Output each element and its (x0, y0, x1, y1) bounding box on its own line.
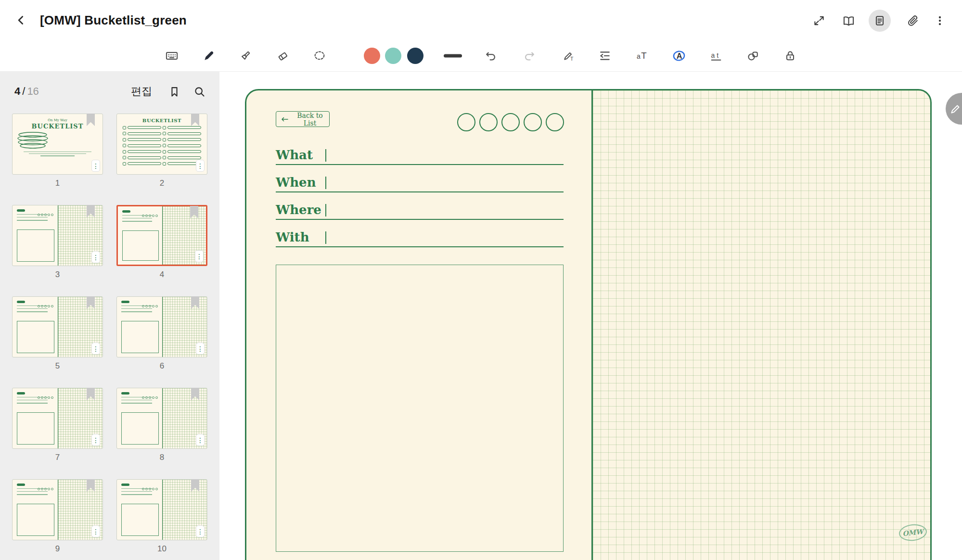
thumbnail-menu-button[interactable]: ⋮ (196, 434, 205, 446)
pen-icon (202, 49, 216, 63)
page-indicator: 4/16 (14, 83, 39, 100)
back-button[interactable] (11, 10, 32, 31)
page-overview-button[interactable] (869, 10, 891, 32)
undo-button[interactable] (481, 46, 500, 65)
thumbnail-menu-button[interactable]: ⋮ (196, 525, 205, 537)
thumbnail-page[interactable]: ⋮ (12, 479, 103, 540)
thumbnail-page[interactable]: ⋮ (12, 388, 103, 449)
thumbnail-page-number: 3 (12, 270, 103, 280)
more-menu-button[interactable] (929, 10, 951, 32)
eraser-tool[interactable] (273, 46, 292, 65)
lasso-icon (313, 49, 326, 63)
thumbnail-menu-button[interactable]: ⋮ (91, 251, 100, 263)
page-indicator-separator: / (22, 85, 25, 97)
thumbnail[interactable]: On My Way BUCKETLIST ⋮ 1 (12, 114, 103, 205)
edit-handle-button[interactable] (946, 93, 962, 125)
highlighter-tool[interactable] (236, 46, 255, 65)
expand-button[interactable] (808, 10, 830, 32)
thumbnail-page[interactable]: ⋮ (116, 205, 207, 266)
lasso-tool[interactable] (310, 46, 329, 65)
stroke-width-tool[interactable] (439, 46, 466, 65)
thumbnail-page[interactable]: ⋮ (12, 205, 103, 266)
svg-text:a: a (637, 52, 641, 60)
reading-mode-button[interactable] (837, 10, 859, 32)
auto-correct-tool[interactable]: A (669, 46, 689, 65)
field-label: When (276, 172, 316, 192)
thumbnail-page[interactable]: BUCKETLIST ⋮ (116, 114, 207, 175)
field-where: Where (276, 200, 564, 220)
back-to-list-button[interactable]: Back to List (276, 111, 330, 127)
text-style-icon: aT (635, 49, 649, 63)
canvas-area: Back to List What When Where With OMW (219, 72, 962, 560)
thumbnail-page[interactable]: On My Way BUCKETLIST ⋮ (12, 114, 103, 175)
thumbnail-page-number: 6 (116, 361, 207, 371)
thumbnail-page-number: 2 (116, 178, 207, 188)
thumbnail-page-number: 4 (116, 270, 207, 280)
field-label: Where (276, 200, 321, 220)
thumbnail-menu-button[interactable]: ⋮ (91, 343, 100, 355)
sidebar: 4/16 편집 On My Way BUCKETLIST (0, 72, 219, 560)
thumbnail-menu-button[interactable]: ⋮ (195, 250, 204, 262)
bookmark-icon (168, 85, 181, 98)
thumbnail-page[interactable]: ⋮ (116, 296, 207, 357)
thumbnail-menu-button[interactable]: ⋮ (91, 525, 100, 537)
thumbnail[interactable]: ⋮ 9 (12, 479, 103, 560)
thumbnail-page[interactable]: ⋮ (12, 296, 103, 357)
redo-button[interactable] (520, 46, 539, 65)
shapes-tool[interactable] (744, 46, 763, 65)
indent-tool[interactable] (595, 46, 615, 65)
field-with: With (276, 227, 564, 247)
field-divider-bar (325, 231, 326, 244)
thumbnail-menu-button[interactable]: ⋮ (196, 160, 205, 172)
redo-icon (523, 49, 536, 63)
thumbnail[interactable]: ⋮ 3 (12, 205, 103, 296)
toolbar: T aT A at (0, 40, 962, 72)
color-swatch-navy[interactable] (407, 48, 423, 64)
thumbnail[interactable]: ⋮ 6 (116, 296, 207, 388)
search-button[interactable] (191, 83, 208, 100)
circle-outline (524, 113, 542, 131)
cover-title: BUCKETLIST (13, 123, 103, 130)
thumbnail[interactable]: ⋮ 8 (116, 388, 207, 479)
pen-tool[interactable] (199, 46, 218, 65)
svg-text:A: A (677, 51, 682, 60)
color-swatch-coral[interactable] (364, 48, 380, 64)
highlighter-icon (239, 49, 252, 63)
thumbnail-menu-button[interactable]: ⋮ (196, 343, 205, 355)
auto-correct-icon: A (672, 49, 686, 63)
field-divider-bar (325, 204, 326, 216)
text-pen-tool[interactable]: T (559, 46, 578, 65)
document-title: [OMW] Bucketlist_green (40, 0, 187, 40)
thumbnail[interactable]: ⋮ 5 (12, 296, 103, 388)
attachment-button[interactable] (902, 10, 924, 32)
lock-tool[interactable] (781, 46, 800, 65)
page-list-icon (873, 14, 886, 27)
color-swatch-teal[interactable] (385, 48, 401, 64)
thumbnail[interactable]: ⋮ 7 (12, 388, 103, 479)
list-title: BUCKETLIST (123, 118, 201, 123)
thumbnail-menu-button[interactable]: ⋮ (91, 160, 100, 172)
thumbnail-page[interactable]: ⋮ (116, 479, 207, 540)
field-when: When (276, 172, 564, 192)
thumbnail-page[interactable]: ⋮ (116, 388, 207, 449)
notes-box (276, 265, 564, 552)
keyboard-tool[interactable] (162, 46, 181, 65)
omw-watermark: OMW (898, 523, 927, 542)
thumbnail[interactable]: ⋮ 10 (116, 479, 207, 560)
text-style-tool[interactable]: aT (632, 46, 652, 65)
current-page-number: 4 (14, 85, 20, 97)
thumbnail[interactable]: BUCKETLIST ⋮ 2 (116, 114, 207, 205)
text-spacing-tool[interactable]: at (706, 46, 726, 65)
chevron-left-icon (15, 14, 27, 26)
edit-button[interactable]: 편집 (131, 83, 152, 100)
stroke-width-icon (443, 53, 462, 58)
shapes-icon (746, 49, 760, 63)
thumbnail[interactable]: ⋮ 4 (116, 205, 207, 296)
thumbnail-menu-button[interactable]: ⋮ (91, 434, 100, 446)
field-label: With (276, 227, 309, 247)
notebook-page[interactable]: Back to List What When Where With OMW (245, 89, 932, 560)
bookmark-filter-button[interactable] (166, 83, 183, 100)
svg-text:t: t (717, 51, 718, 59)
total-page-count: 16 (27, 85, 38, 97)
coil-doodle (13, 131, 53, 150)
